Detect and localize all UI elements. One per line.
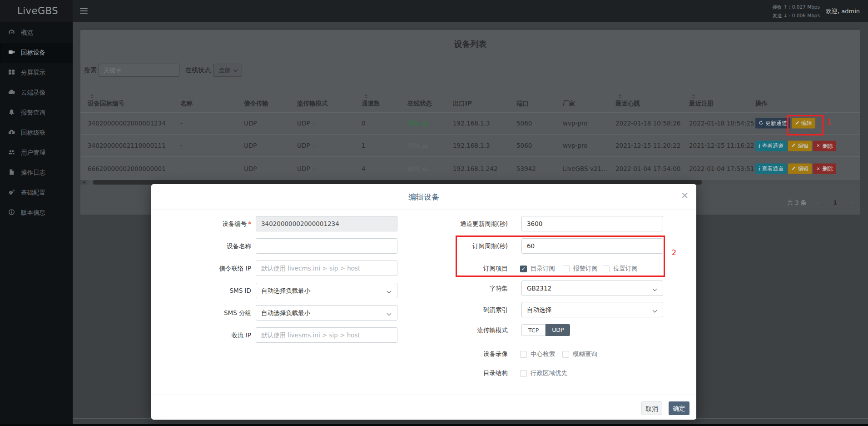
search-input[interactable] bbox=[99, 64, 179, 77]
info-icon: i bbox=[759, 142, 760, 149]
cell-channels: 1 bbox=[362, 135, 366, 157]
cell-port: 53942 bbox=[516, 157, 536, 180]
cell-channels: 4 bbox=[362, 157, 366, 180]
scroll-left-button[interactable]: ◀ bbox=[80, 180, 87, 185]
sort-icon bbox=[90, 94, 94, 99]
row-actions: i查看通道 编辑 删除 bbox=[755, 140, 836, 151]
pagination-page-current[interactable]: 1 bbox=[833, 197, 837, 209]
menu-toggle-icon[interactable] bbox=[80, 8, 88, 15]
sort-icon bbox=[364, 94, 368, 99]
stream-index-select[interactable]: 自动选择 bbox=[521, 302, 663, 317]
sidebar-item-user-management[interactable]: 用户管理 bbox=[0, 143, 73, 163]
x-icon bbox=[816, 143, 820, 149]
sidebar-item-split-screen[interactable]: 分屏展示 bbox=[0, 63, 73, 83]
cell-stream-select[interactable]: UDP bbox=[297, 112, 316, 134]
chevron-down-icon bbox=[653, 308, 657, 313]
sidebar-item-gb-cascade[interactable]: 国标级联 bbox=[0, 123, 73, 143]
sidebar-item-label: 报警查询 bbox=[21, 109, 45, 117]
page-title: 设备列表 bbox=[80, 39, 860, 50]
modal-footer-divider bbox=[151, 395, 696, 395]
cell-name: - bbox=[180, 157, 183, 180]
cell-port: 5060 bbox=[516, 112, 532, 134]
col-signal-transport: 信令传输 bbox=[244, 94, 268, 112]
online-state-select[interactable]: 全部 bbox=[213, 64, 242, 77]
sidebar-item-cloud-record[interactable]: 云端录像 bbox=[0, 83, 73, 103]
cloud-upload-icon bbox=[8, 129, 15, 137]
annotation-number-2: 2 bbox=[672, 248, 676, 257]
cell-channels: 0 bbox=[362, 112, 366, 134]
annotation-box-step1 bbox=[787, 115, 823, 135]
sidebar-item-label: 操作日志 bbox=[21, 169, 45, 177]
field-channel-refresh: 通道更新周期(秒) bbox=[151, 216, 696, 231]
sidebar-item-operation-log[interactable]: 操作日志 bbox=[0, 163, 73, 183]
confirm-button[interactable]: 确定 bbox=[669, 401, 689, 415]
sidebar-item-basic-config[interactable]: 基础配置 bbox=[0, 183, 73, 203]
cell-registered: 2022-01-04 17:53:51 bbox=[689, 157, 754, 180]
table-row: 34020000002000001234 - UDP UDP 0 在线 192.… bbox=[80, 112, 860, 134]
channel-refresh-period-input[interactable] bbox=[521, 216, 663, 231]
view-channels-button[interactable]: i查看通道 bbox=[755, 164, 787, 174]
cell-status-offline: 离线 bbox=[407, 157, 428, 180]
cell-registered: 2022-01-18 10:54:25 bbox=[689, 112, 754, 134]
view-channels-button[interactable]: i查看通道 bbox=[755, 140, 787, 151]
livegbs-app: LiveGBS 接收 ↑ : 0.027 Mbps 发送 ↓ : 0.006 M… bbox=[0, 0, 868, 426]
cancel-button[interactable]: 取消 bbox=[641, 401, 662, 415]
edit-device-button[interactable]: 编辑 bbox=[788, 140, 812, 151]
user-menu[interactable]: 欢迎, admin bbox=[821, 0, 864, 22]
field-stream-mode: 流传输模式 TCP UDP bbox=[151, 324, 696, 336]
cell-registered: 2021-12-15 11:16:22 bbox=[689, 135, 754, 157]
sort-icon bbox=[692, 94, 695, 99]
modal-header: 编辑设备 × bbox=[151, 184, 696, 210]
admin-region-first-checkbox[interactable]: 行政区域优先 bbox=[520, 369, 567, 377]
cell-heartbeat: 2022-01-18 10:58:26 bbox=[615, 112, 680, 134]
close-icon[interactable]: × bbox=[681, 190, 689, 200]
pagination-prev[interactable]: ‹ bbox=[816, 197, 818, 209]
sidebar-item-label: 概览 bbox=[21, 29, 33, 37]
sidebar-item-overview[interactable]: 概览 bbox=[0, 23, 73, 43]
udp-toggle-button[interactable]: UDP bbox=[546, 324, 570, 336]
charset-select[interactable]: GB2312 bbox=[521, 281, 663, 296]
field-device-record: 设备录像 中心检索 模糊查询 bbox=[151, 346, 696, 361]
info-icon: i bbox=[759, 165, 760, 172]
edit-device-button[interactable]: 编辑 bbox=[788, 164, 812, 174]
col-vendor: 厂家 bbox=[563, 94, 575, 112]
sidebar-item-alarm-query[interactable]: 报警查询 bbox=[0, 103, 73, 123]
fuzzy-query-checkbox[interactable]: 模糊查询 bbox=[562, 350, 597, 358]
delete-device-button[interactable]: 删除 bbox=[813, 140, 836, 151]
cell-name: - bbox=[180, 112, 183, 134]
cell-device-id: 34020000002000001234 bbox=[88, 112, 166, 134]
col-exit-ip: 出口IP bbox=[453, 94, 472, 112]
annotation-box-step2 bbox=[456, 236, 665, 277]
file-icon bbox=[8, 169, 15, 177]
pagination-next[interactable]: › bbox=[851, 197, 853, 209]
cell-status-online[interactable]: 在线 bbox=[407, 112, 428, 134]
delete-device-button[interactable]: 删除 bbox=[813, 164, 836, 174]
chevron-down-icon bbox=[312, 120, 317, 125]
center-search-checkbox[interactable]: 中心检索 bbox=[520, 350, 555, 358]
traffic-receive: 接收 ↑ : 0.027 Mbps bbox=[772, 3, 820, 11]
bar-chart-icon[interactable] bbox=[422, 157, 428, 180]
chevron-down-icon bbox=[312, 143, 317, 147]
sidebar-item-version-info[interactable]: 版本信息 bbox=[0, 203, 73, 223]
checkbox-icon[interactable] bbox=[520, 370, 527, 377]
cell-status-offline: 离线 bbox=[407, 135, 428, 157]
chevron-down-icon bbox=[653, 287, 657, 291]
sidebar-item-gb-devices[interactable]: 国标设备 bbox=[0, 43, 73, 63]
cell-stream-select[interactable]: UDP bbox=[297, 135, 316, 157]
chevron-down-icon bbox=[233, 68, 238, 72]
bar-chart-icon[interactable] bbox=[422, 112, 428, 134]
checkbox-icon[interactable] bbox=[520, 351, 527, 358]
tcp-toggle-button[interactable]: TCP bbox=[521, 324, 546, 336]
update-channels-button[interactable]: 更新通道 bbox=[755, 118, 790, 129]
table-row: 66620000002000000001 - UDP UDP 4 离线 192.… bbox=[80, 156, 860, 180]
cell-heartbeat: 2021-12-15 11:20:22 bbox=[615, 135, 680, 157]
refresh-icon bbox=[759, 120, 764, 126]
checkbox-icon[interactable] bbox=[562, 351, 569, 358]
cell-stream-select[interactable]: UDP bbox=[297, 157, 316, 180]
traffic-send: 发送 ↓ : 0.006 Mbps bbox=[772, 11, 820, 20]
grid-icon bbox=[8, 69, 15, 77]
bar-chart-icon[interactable] bbox=[422, 135, 428, 157]
field-dir-structure: 目录结构 行政区域优先 bbox=[151, 365, 696, 381]
online-state-label: 在线状态 bbox=[185, 64, 211, 77]
cell-device-id: 66620000002000000001 bbox=[88, 157, 166, 180]
